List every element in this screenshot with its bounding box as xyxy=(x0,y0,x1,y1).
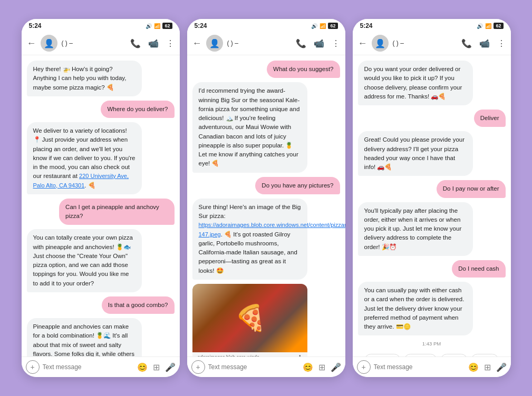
message-row: Do you have any pictures? xyxy=(192,177,340,194)
bubble-left: Sure thing! Here's an image of the Big S… xyxy=(192,199,307,280)
message-row: I'd recommend trying the award-winning B… xyxy=(192,82,340,172)
wifi-icon-2: 🔊 xyxy=(311,23,317,29)
wifi-icon-1: 🔊 xyxy=(146,23,152,29)
bubble-left: Do you want your order delivered or woul… xyxy=(358,61,473,105)
message-row: Hey there! 🚁 How's it going? Anything I … xyxy=(27,61,175,96)
bubble-left: We deliver to a variety of locations! 📍 … xyxy=(27,122,142,194)
message-row: Do I need cash xyxy=(358,260,506,278)
attach-icon-3[interactable]: ⊞ xyxy=(484,362,491,372)
image-footer: adoraimages.blob.core.windo ⬇ xyxy=(192,352,307,357)
message-row: Is that a good combo? xyxy=(27,296,175,314)
call-icon-3[interactable]: 📞 xyxy=(461,38,472,48)
bubble-left: You'll typically pay after placing the o… xyxy=(358,202,473,256)
message-input-1[interactable] xyxy=(43,363,134,371)
video-icon-2[interactable]: 📹 xyxy=(314,38,324,48)
attach-icon-1[interactable]: ⊞ xyxy=(153,362,160,372)
more-icon-2[interactable]: ⋮ xyxy=(332,38,340,48)
attach-icon-2[interactable]: ⊞ xyxy=(318,362,325,372)
message-row: Sure thing! Here's an image of the Big S… xyxy=(192,199,340,280)
input-icons-1: 😊 ⊞ 🎤 xyxy=(137,362,176,372)
bubble-right: Can I get a pineapple and anchovy pizza? xyxy=(59,199,174,225)
app-bar-1: ← 👤 ( ) – 📞 📹 ⋮ xyxy=(22,32,180,55)
phone-2: 5:24 🔊 📶 62 ← 👤 ( ) – 📞 📹 ⋮ What do you … xyxy=(187,19,345,377)
bubble-left: You can usually pay with either cash or … xyxy=(358,282,473,335)
battery-2: 62 xyxy=(328,23,337,29)
contact-name-3: ( ) – xyxy=(393,39,457,47)
bubble-left: Hey there! 🚁 How's it going? Anything I … xyxy=(27,61,142,96)
bar-actions-2: 📞 📹 ⋮ xyxy=(296,38,340,48)
bubble-right: Do you have any pictures? xyxy=(255,177,340,194)
contact-info-1: ( ) – xyxy=(62,39,126,47)
more-icon-1[interactable]: ⋮ xyxy=(166,38,175,48)
emoji-icon-2[interactable]: 😊 xyxy=(303,362,313,372)
add-button-2[interactable]: + xyxy=(191,360,205,374)
signal-icon-2: 📶 xyxy=(320,23,326,29)
timestamp-3: 1:43 PM xyxy=(358,341,506,346)
status-icons-1: 🔊 📶 62 xyxy=(146,23,172,29)
call-icon-1[interactable]: 📞 xyxy=(130,38,141,48)
signal-icon-1: 📶 xyxy=(154,23,160,29)
message-row: Can I get a pineapple and anchovy pizza? xyxy=(27,199,175,225)
status-icons-3: 🔊 📶 62 xyxy=(477,23,503,29)
status-bar-3: 5:24 🔊 📶 62 xyxy=(353,19,511,32)
phone-3: 5:24 🔊 📶 62 ← 👤 ( ) – 📞 📹 ⋮ Do you want … xyxy=(353,19,511,377)
message-row: Do you want your order delivered or woul… xyxy=(358,61,506,105)
bubble-left: Great! Could you please provide your del… xyxy=(358,131,473,176)
avatar-2: 👤 xyxy=(206,35,223,52)
message-row: Pineapple and anchovies can make for a b… xyxy=(27,318,175,357)
bubble-right: Do I need cash xyxy=(452,260,505,278)
bubble-right: Is that a good combo? xyxy=(102,296,175,314)
more-icon-3[interactable]: ⋮ xyxy=(497,38,506,48)
chat-area-3: Do you want your order delivered or woul… xyxy=(353,55,511,357)
phone-1: 5:24 🔊 📶 62 ← 👤 ( ) – 📞 📹 ⋮ Hey there! � xyxy=(22,19,180,377)
app-bar-3: ← 👤 ( ) – 📞 📹 ⋮ xyxy=(353,32,511,55)
message-row: Deliver xyxy=(358,110,506,127)
address-link-1[interactable]: 220 University Ave, Palo Alto, CA 94301 xyxy=(33,173,129,188)
message-input-2[interactable] xyxy=(208,363,299,371)
bubble-left: I'd recommend trying the award-winning B… xyxy=(192,82,307,172)
message-row: Great! Could you please provide your del… xyxy=(358,131,506,176)
battery-3: 62 xyxy=(494,23,503,29)
time-1: 5:24 xyxy=(29,22,42,29)
video-icon-1[interactable]: 📹 xyxy=(148,38,159,48)
voice-icon-1[interactable]: 🎤 xyxy=(165,362,176,372)
add-button-3[interactable]: + xyxy=(357,360,371,374)
message-input-3[interactable] xyxy=(374,363,465,371)
voice-icon-3[interactable]: 🎤 xyxy=(496,362,507,372)
wifi-icon-3: 🔊 xyxy=(477,23,483,29)
bar-actions-3: 📞 📹 ⋮ xyxy=(461,38,506,48)
video-icon-3[interactable]: 📹 xyxy=(479,38,490,48)
pizza-image-bubble: adoraimages.blob.core.windo ⬇ xyxy=(192,284,307,357)
bar-actions-1: 📞 📹 ⋮ xyxy=(130,38,175,48)
voice-icon-2[interactable]: 🎤 xyxy=(331,362,341,372)
chat-area-1: Hey there! 🚁 How's it going? Anything I … xyxy=(22,55,180,357)
message-row: What do you suggest? xyxy=(192,61,340,78)
bottom-bar-2: + 😊 ⊞ 🎤 xyxy=(187,357,345,377)
back-icon-2[interactable]: ← xyxy=(192,38,202,49)
back-icon-3[interactable]: ← xyxy=(358,38,367,49)
time-2: 5:24 xyxy=(195,22,207,29)
contact-info-3: ( ) – xyxy=(393,39,457,47)
message-row: We deliver to a variety of locations! 📍 … xyxy=(27,122,175,194)
status-bar-2: 5:24 🔊 📶 62 xyxy=(187,19,345,32)
input-icons-3: 😊 ⊞ 🎤 xyxy=(468,362,507,372)
bubble-left: You can totally create your own pizza wi… xyxy=(27,229,142,292)
bubble-right: Do I pay now or after xyxy=(437,180,506,197)
avatar-3: 👤 xyxy=(372,35,389,52)
emoji-icon-3[interactable]: 😊 xyxy=(468,362,479,372)
signal-icon-3: 📶 xyxy=(485,23,491,29)
contact-info-2: ( ) – xyxy=(227,39,292,47)
call-icon-2[interactable]: 📞 xyxy=(296,38,306,48)
message-row: You'll typically pay after placing the o… xyxy=(358,202,506,256)
phones-container: 5:24 🔊 📶 62 ← 👤 ( ) – 📞 📹 ⋮ Hey there! � xyxy=(22,19,511,377)
contact-name-2: ( ) – xyxy=(227,39,292,47)
message-row: You can totally create your own pizza wi… xyxy=(27,229,175,292)
pizza-link[interactable]: https://adoraimages.blob.core.windows.ne… xyxy=(199,222,345,237)
contact-name-1: ( ) – xyxy=(62,39,126,47)
emoji-icon-1[interactable]: 😊 xyxy=(137,362,148,372)
time-3: 5:24 xyxy=(360,22,373,29)
bottom-bar-1: + 😊 ⊞ 🎤 xyxy=(22,357,180,377)
add-button-1[interactable]: + xyxy=(26,360,40,374)
app-bar-2: ← 👤 ( ) – 📞 📹 ⋮ xyxy=(187,32,345,55)
back-icon-1[interactable]: ← xyxy=(27,38,36,49)
